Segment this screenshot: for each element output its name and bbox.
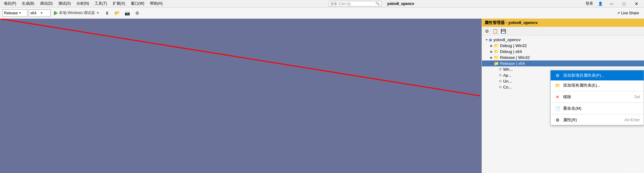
property-panel: 属性管理器 - yolov8_opencv ⚙ 📋 💾 ▼ ◼ yolov8_o… <box>482 19 644 173</box>
svg-line-0 <box>0 19 480 96</box>
menu-bar: 项目(P) 生成(B) 调试(D) 测试(S) 分析(N) 工具(T) 扩展(X… <box>0 0 644 7</box>
search-input[interactable] <box>330 2 374 6</box>
release-win32-folder-icon: 📁 <box>494 55 499 60</box>
project-name: yolov8_opencv <box>382 2 419 6</box>
close-button[interactable]: ✕ <box>630 0 643 7</box>
debugger-label: 本地 Windows 调试器 <box>59 10 95 16</box>
tree-item-release-win32[interactable]: ▶ 📁 Release | Win32 <box>482 55 644 60</box>
debug-x64-folder-icon: 📁 <box>494 49 499 54</box>
menu-analyze[interactable]: 分析(N) <box>74 0 92 7</box>
debug-win32-expand-icon: ▶ <box>489 44 494 48</box>
panel-add-sheet-button[interactable]: 📋 <box>491 28 499 35</box>
play-icon <box>54 11 58 15</box>
ctx-separator-1 <box>551 91 644 91</box>
login-icon[interactable]: 👤 <box>596 1 605 7</box>
un-label: Un... <box>503 79 512 84</box>
config-dropdown-arrow: ▼ <box>18 11 26 15</box>
live-share-label: Live Share <box>621 11 639 15</box>
ctx-properties-icon: ⚙ <box>554 117 561 123</box>
live-share-icon: ↗ <box>617 11 620 15</box>
debug-win32-label: Debug | Win32 <box>500 43 527 48</box>
menu-debug[interactable]: 调试(D) <box>37 0 55 7</box>
ctx-add-new-icon: ⚙ <box>554 72 561 79</box>
co-wrench-icon: ⚙ <box>499 85 502 89</box>
ctx-add-existing-sheet[interactable]: 📁 添加现有属性表(E)... <box>551 80 644 90</box>
ctx-rename-label: 重命名(M) <box>563 106 640 111</box>
menu-test[interactable]: 测试(S) <box>56 0 73 7</box>
ctx-remove[interactable]: ✕ 移除 Del <box>551 92 644 102</box>
context-menu: ⚙ 添加新项目属性表(P)... 📁 添加现有属性表(E)... ✕ 移除 De… <box>550 70 644 125</box>
panel-title: 属性管理器 - yolov8_opencv <box>484 20 537 26</box>
menu-project[interactable]: 项目(P) <box>1 0 19 7</box>
co-expand-icon <box>494 85 499 89</box>
ctx-add-new-sheet[interactable]: ⚙ 添加新项目属性表(P)... <box>551 70 644 80</box>
un-expand-icon <box>494 79 499 84</box>
minimize-button[interactable]: ─ <box>605 0 618 7</box>
live-share-area[interactable]: ↗ Live Share <box>614 11 642 15</box>
ctx-remove-shortcut: Del <box>634 95 640 99</box>
ctx-properties-label: 属性(R) <box>563 117 622 123</box>
menu-window[interactable]: 窗口(W) <box>128 0 147 7</box>
tree-item-release-x64[interactable]: ▼ 📁 Release | x64 <box>482 60 644 66</box>
search-icon[interactable]: 🔍 <box>375 2 380 6</box>
ctx-add-existing-label: 添加现有属性表(E)... <box>563 83 640 88</box>
tree-root[interactable]: ▼ ◼ yolov8_opencv <box>482 37 644 43</box>
screenshot-button[interactable]: 📷 <box>123 9 131 17</box>
config-dropdown[interactable]: Release ▼ <box>2 9 27 17</box>
folder-open-button[interactable]: 📂 <box>113 9 121 17</box>
panel-toolbar: ⚙ 📋 💾 <box>482 27 644 36</box>
ctx-separator-3 <box>551 114 644 114</box>
release-x64-expand-icon: ▼ <box>489 61 494 66</box>
panel-title-bar: 属性管理器 - yolov8_opencv <box>482 19 644 27</box>
root-project-icon: ◼ <box>489 37 492 42</box>
platform-label: x64 <box>30 11 39 15</box>
ctx-add-existing-icon: 📁 <box>554 82 561 89</box>
ctx-remove-icon: ✕ <box>554 94 561 100</box>
login-button[interactable]: 登录 <box>583 0 596 7</box>
panel-wrench-button[interactable]: ⚙ <box>483 28 491 35</box>
config-label: Release <box>4 11 18 15</box>
root-expand-icon: ▼ <box>484 38 489 42</box>
ctx-properties[interactable]: ⚙ 属性(R) Alt+Enter <box>551 115 644 125</box>
menu-build[interactable]: 生成(B) <box>19 0 37 7</box>
watermark: CSDN @作者 <box>622 167 642 172</box>
release-x64-folder-icon: 📁 <box>494 61 499 66</box>
wh-label: Wh... <box>503 67 513 72</box>
release-x64-label: Release | x64 <box>500 61 525 66</box>
release-win32-expand-icon: ▶ <box>489 55 494 60</box>
ctx-rename[interactable]: 📄 重命名(M) <box>551 103 644 113</box>
debug-x64-expand-icon: ▶ <box>489 50 494 54</box>
settings-button[interactable]: ⚙ <box>133 9 141 17</box>
debug-x64-label: Debug | x64 <box>500 49 522 54</box>
maximize-button[interactable]: □ <box>618 0 630 7</box>
toolbar: Release ▼ x64 ▼ 本地 Windows 调试器 ▼ ⏸ 📂 📷 ⚙… <box>0 7 644 19</box>
co-label: Co... <box>503 85 512 89</box>
tree-item-debug-x64[interactable]: ▶ 📁 Debug | x64 <box>482 49 644 55</box>
root-label: yolov8_opencv <box>493 37 521 42</box>
debugger-dropdown-arrow: ▼ <box>96 11 99 15</box>
menu-tools[interactable]: 工具(T) <box>92 0 109 7</box>
wh-expand-icon <box>494 67 499 72</box>
wh-wrench-icon: ⚙ <box>499 67 502 71</box>
ctx-add-new-label: 添加新项目属性表(P)... <box>563 73 640 78</box>
ap-label: Ap... <box>503 73 512 78</box>
ctx-remove-label: 移除 <box>563 94 632 100</box>
ctx-properties-shortcut: Alt+Enter <box>624 118 640 122</box>
menu-right: 登录 👤 ─ □ ✕ <box>583 0 643 7</box>
main-area: 属性管理器 - yolov8_opencv ⚙ 📋 💾 ▼ ◼ yolov8_o… <box>0 19 644 173</box>
menu-help[interactable]: 帮助(H) <box>147 0 165 7</box>
tree-item-debug-win32[interactable]: ▶ 📁 Debug | Win32 <box>482 43 644 49</box>
debug-win32-folder-icon: 📁 <box>494 43 499 48</box>
platform-dropdown-arrow: ▼ <box>40 11 49 15</box>
platform-dropdown[interactable]: x64 ▼ <box>29 9 51 17</box>
ctx-rename-icon: 📄 <box>554 105 561 112</box>
menu-extensions[interactable]: 扩展(X) <box>110 0 128 7</box>
search-area: 🔍 <box>329 1 381 7</box>
pause-button[interactable]: ⏸ <box>103 9 111 17</box>
release-win32-label: Release | Win32 <box>500 55 530 60</box>
un-wrench-icon: ⚙ <box>499 79 502 83</box>
ctx-separator-2 <box>551 103 644 103</box>
ap-expand-icon <box>494 73 499 78</box>
run-debugger-button[interactable]: 本地 Windows 调试器 ▼ <box>52 9 102 17</box>
panel-save-button[interactable]: 💾 <box>499 28 507 35</box>
